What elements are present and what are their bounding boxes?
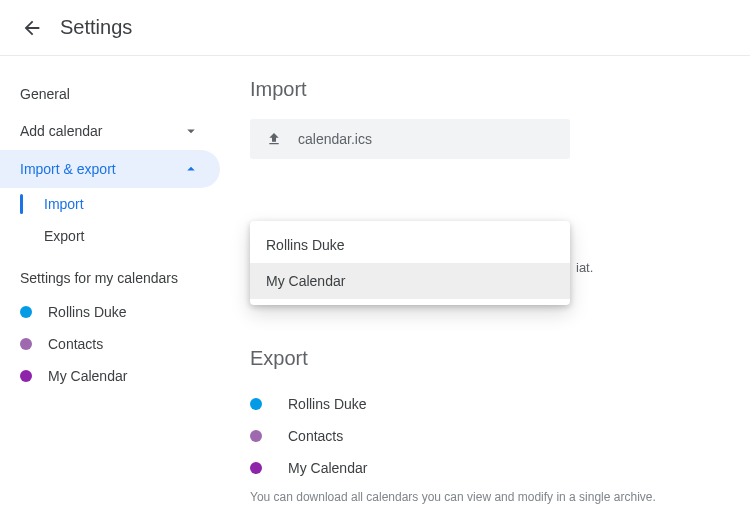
sidebar-calendar-item[interactable]: Rollins Duke [0, 296, 250, 328]
dropdown-option[interactable]: Rollins Duke [250, 227, 570, 263]
file-name: calendar.ics [298, 131, 372, 147]
sidebar-sub-label: Import [44, 196, 84, 212]
export-calendar-item: My Calendar [250, 452, 720, 484]
sidebar-item-label: Import & export [20, 161, 116, 177]
export-calendar-list: Rollins Duke Contacts My Calendar [250, 388, 720, 484]
main-panel: Import calendar.ics iat. Rollins Duke My… [250, 56, 750, 508]
back-button[interactable] [12, 8, 52, 48]
calendar-dropdown-menu: Rollins Duke My Calendar [250, 221, 570, 305]
sidebar-item-add-calendar[interactable]: Add calendar [0, 112, 220, 150]
export-calendar-item: Rollins Duke [250, 388, 720, 420]
dropdown-option-label: My Calendar [266, 273, 345, 289]
chevron-down-icon [182, 122, 200, 140]
dropdown-option[interactable]: My Calendar [250, 263, 570, 299]
sidebar-sub-import[interactable]: Import [0, 188, 250, 220]
truncated-hint-text: iat. [576, 260, 593, 275]
arrow-left-icon [21, 17, 43, 39]
sidebar: General Add calendar Import & export Imp… [0, 56, 250, 508]
export-calendar-item: Contacts [250, 420, 720, 452]
file-select-row[interactable]: calendar.ics [250, 119, 570, 159]
calendar-label: Contacts [48, 336, 103, 352]
dropdown-option-label: Rollins Duke [266, 237, 345, 253]
header: Settings [0, 0, 750, 56]
export-section-title: Export [250, 347, 720, 370]
export-hint-text: You can download all calendars you can v… [250, 490, 720, 504]
calendar-color-dot [20, 370, 32, 382]
calendar-label: Contacts [288, 428, 343, 444]
chevron-up-icon [182, 160, 200, 178]
calendar-color-dot [250, 398, 262, 410]
sidebar-item-label: Add calendar [20, 123, 103, 139]
calendar-color-dot [250, 462, 262, 474]
sidebar-item-general[interactable]: General [0, 76, 220, 112]
sidebar-item-label: General [20, 86, 70, 102]
import-section-title: Import [250, 78, 720, 101]
calendar-label: Rollins Duke [48, 304, 127, 320]
calendar-label: Rollins Duke [288, 396, 367, 412]
sidebar-calendar-item[interactable]: My Calendar [0, 360, 250, 392]
page-title: Settings [60, 16, 132, 39]
sidebar-sub-export[interactable]: Export [0, 220, 250, 252]
sidebar-calendar-item[interactable]: Contacts [0, 328, 250, 360]
calendar-color-dot [20, 338, 32, 350]
calendar-label: My Calendar [48, 368, 127, 384]
calendar-label: My Calendar [288, 460, 367, 476]
sidebar-sub-label: Export [44, 228, 84, 244]
calendar-color-dot [20, 306, 32, 318]
sidebar-calendars-heading: Settings for my calendars [0, 252, 250, 296]
upload-icon [266, 131, 282, 147]
sidebar-item-import-export[interactable]: Import & export [0, 150, 220, 188]
calendar-color-dot [250, 430, 262, 442]
